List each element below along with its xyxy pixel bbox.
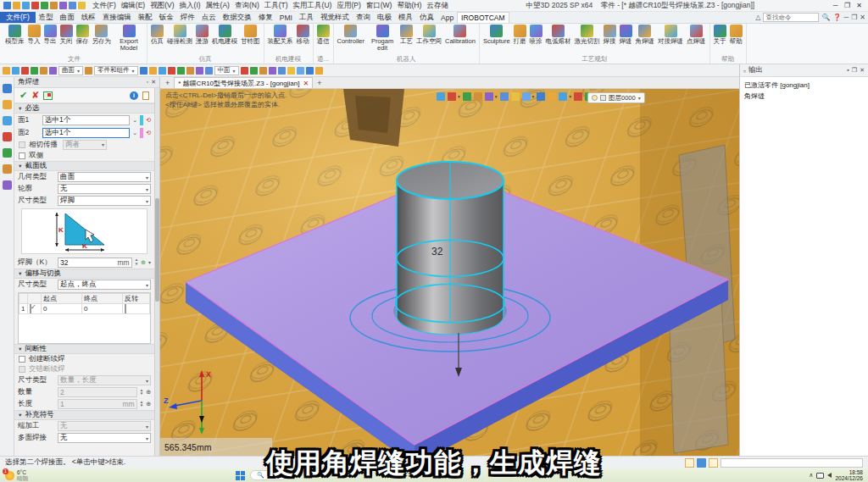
ribbon-tab[interactable]: PMI	[276, 12, 296, 23]
output-close-icon[interactable]: ✕	[860, 67, 865, 74]
cylinder[interactable]	[393, 162, 507, 335]
refresh-icon[interactable]	[69, 2, 76, 9]
grid-icon[interactable]	[149, 67, 157, 75]
pointer-icon[interactable]	[3, 67, 10, 75]
polyline-icon[interactable]	[278, 67, 286, 75]
manager-role-icon[interactable]	[3, 164, 12, 174]
sketch-icon[interactable]	[287, 67, 295, 75]
entity-filter-icon[interactable]	[85, 67, 92, 75]
offset-dim-type-dropdown[interactable]: 起点，终点 ▾	[58, 280, 151, 290]
output-pin-icon[interactable]: ▪	[847, 67, 849, 74]
expression-icon[interactable]: ⊕	[141, 259, 146, 266]
quad-snap-icon[interactable]	[205, 67, 213, 75]
menubar-item[interactable]: 文件(F)	[90, 1, 119, 11]
ribbon-item[interactable]: 点焊缝	[685, 24, 708, 45]
status-input-field[interactable]	[721, 458, 863, 468]
menubar-item[interactable]: 视图(V)	[147, 1, 176, 11]
manager-library-icon[interactable]	[3, 180, 12, 190]
app-icon[interactable]	[3, 2, 11, 9]
ribbon-item[interactable]: Calibration	[443, 24, 477, 45]
ribbon-item[interactable]: 焊缝	[618, 24, 634, 45]
ribbon-item[interactable]: 导入	[26, 24, 42, 45]
ribbon-tab[interactable]: 工具	[296, 12, 317, 23]
menubar-item[interactable]: 云存储	[424, 1, 451, 11]
end-value[interactable]: 0	[82, 304, 123, 314]
shade-icon[interactable]	[463, 92, 471, 101]
snap-icon[interactable]	[140, 67, 147, 75]
search-icon[interactable]: 🔍	[821, 14, 830, 21]
ribbon-tab[interactable]: 电极	[374, 12, 395, 23]
save-icon[interactable]	[31, 2, 39, 9]
menubar-item[interactable]: 工具(T)	[262, 1, 291, 11]
undo-icon[interactable]	[437, 92, 445, 101]
row-checkbox[interactable]	[30, 304, 31, 313]
rotate-view-icon[interactable]	[522, 92, 531, 101]
multi-face-dropdown[interactable]: 无 ▾	[58, 433, 151, 443]
pick-add-icon[interactable]	[12, 67, 19, 75]
menubar-item[interactable]: 插入(I)	[177, 1, 203, 11]
line-snap-icon[interactable]	[177, 67, 185, 75]
ribbon-item[interactable]: 保存	[75, 24, 91, 45]
minimize-button[interactable]: ─	[830, 2, 841, 9]
tray-volume-icon[interactable]	[827, 473, 832, 478]
ribbon-item[interactable]: 移动	[295, 24, 311, 45]
ribbon-item[interactable]: 角焊缝	[634, 24, 657, 45]
length-spinner[interactable]: ▲▼	[140, 401, 143, 408]
ribbon-tab[interactable]: 线框	[78, 12, 99, 23]
ribbon-tab[interactable]: 查询	[353, 12, 374, 23]
face1-color-swatch[interactable]	[140, 115, 143, 125]
ribbon-item[interactable]: 碰撞检测	[165, 24, 194, 45]
ribbon-item[interactable]: 仿真	[149, 24, 165, 45]
dim-type-dropdown[interactable]: 焊脚 ▾	[58, 196, 151, 206]
qty-spinner[interactable]: ▲▼	[140, 389, 143, 396]
panel-scrollbar[interactable]	[154, 88, 159, 456]
menubar-item[interactable]: 查询(N)	[232, 1, 262, 11]
spline-icon[interactable]	[269, 67, 276, 75]
pick-remove-icon[interactable]	[21, 67, 29, 75]
pin-icon[interactable]: △	[755, 14, 760, 21]
ribbon-item[interactable]: Sculpture	[481, 24, 512, 45]
ribbon-tab[interactable]: 焊件	[177, 12, 198, 23]
doc-restore-button[interactable]: ❐	[851, 14, 857, 21]
disc-create-checkbox[interactable]	[19, 356, 25, 363]
length-input[interactable]: 1 mm	[58, 399, 137, 409]
ribbon-item[interactable]: 焊接	[602, 24, 618, 45]
tray-expand-icon[interactable]: ∧	[809, 472, 813, 479]
geom-type-dropdown[interactable]: 曲面 ▾	[58, 172, 151, 182]
qty-input[interactable]: 2	[58, 387, 137, 397]
doc-minimize-button[interactable]: ─	[843, 14, 849, 21]
center-snap-icon[interactable]	[196, 67, 203, 75]
tangent-checkbox[interactable]	[19, 141, 25, 148]
ribbon-item[interactable]: 另存为	[91, 24, 114, 45]
filter-toggle-icon[interactable]	[685, 458, 694, 468]
perspective-icon[interactable]	[485, 92, 493, 101]
ribbon-item[interactable]: 模型库	[3, 24, 26, 45]
tangent-dropdown[interactable]: 两者 ▾	[63, 140, 107, 150]
face1-clear-icon[interactable]: ⟲	[146, 117, 151, 124]
plane-filter-dropdown[interactable]: 中面▾	[214, 66, 239, 75]
section-offset[interactable]: ▼ 偏移与切换	[14, 269, 154, 279]
face2-expand-icon[interactable]: ⌄	[132, 130, 137, 136]
offset-table-row[interactable]: 1 0 0	[19, 304, 150, 314]
reset-icon[interactable]	[142, 91, 149, 100]
pick-scope-dropdown[interactable]: 零件和组件▾	[94, 66, 138, 75]
ribbon-item[interactable]: Progam edit	[366, 24, 398, 52]
pick-box-icon[interactable]	[31, 67, 38, 75]
pick-lasso-icon[interactable]	[40, 67, 47, 75]
ribbon-tab[interactable]: 视觉样式	[317, 12, 353, 23]
measure-icon[interactable]	[306, 67, 314, 75]
ribbon-tab[interactable]: 造型	[36, 12, 57, 23]
ribbon-item[interactable]: Export Model	[113, 24, 145, 52]
info-icon[interactable]: i	[130, 91, 138, 100]
redo-icon[interactable]	[50, 2, 58, 9]
qty-expression-icon[interactable]: ⊕	[146, 389, 151, 396]
close-button[interactable]: ✕	[854, 2, 865, 9]
start-value[interactable]: 0	[42, 304, 82, 314]
fullscreen-icon[interactable]	[574, 92, 582, 101]
weld-leg-spinner[interactable]: ▲▼	[135, 258, 138, 266]
section-profile[interactable]: ▼ 截面线	[14, 161, 154, 171]
double-side-checkbox[interactable]	[19, 152, 25, 159]
section-supplementary[interactable]: ▼ 补充符号	[14, 410, 154, 420]
print-icon[interactable]	[59, 2, 67, 9]
layer-selector[interactable]: 图层0000 ▾	[587, 92, 645, 103]
